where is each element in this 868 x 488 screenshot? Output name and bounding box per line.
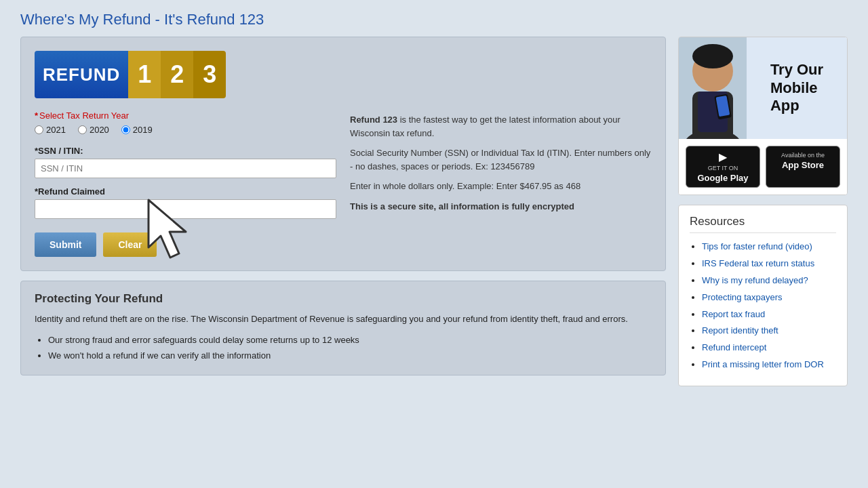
list-item: Why is my refund delayed? [702, 275, 836, 287]
page-wrapper: Where's My Refund - It's Refund 123 REFU… [0, 0, 868, 488]
logo-num-3: 3 [193, 51, 226, 98]
refund123-bold: Refund 123 [350, 115, 397, 125]
mobile-store-row: ▶ GET IT ON Google Play Available on the… [679, 139, 847, 195]
person-silhouette [679, 37, 747, 139]
google-play-top: GET IT ON [708, 165, 738, 171]
protect-panel: Protecting Your Refund Identity and refu… [20, 281, 666, 375]
ssn-label: *SSN / ITIN: [35, 146, 336, 156]
submit-button[interactable]: Submit [35, 232, 96, 257]
logo-num-2: 2 [161, 51, 193, 98]
btn-row: Submit Clear [35, 232, 336, 257]
page-title: Where's My Refund - It's Refund 123 [20, 0, 848, 37]
left-column: REFUND 1 2 3 * Select Tax Return Year [20, 37, 666, 375]
protect-bullet-2: We won't hold a refund if we can verify … [48, 348, 652, 363]
resource-link-4[interactable]: Report tax fraud [702, 309, 765, 319]
protect-list: Our strong fraud and error safeguards co… [35, 332, 652, 364]
app-store-name: App Store [782, 160, 824, 170]
mobile-person-image [679, 37, 747, 139]
year-2019-label: 2019 [133, 125, 153, 135]
year-label: * Select Tax Return Year [35, 110, 336, 121]
mobile-text-area: Try OurMobileApp [747, 37, 847, 139]
form-right: Refund 123 is the fastest way to get the… [350, 110, 652, 257]
app-store-button[interactable]: Available on the App Store [766, 146, 840, 188]
refund-input[interactable] [35, 199, 336, 219]
mobile-title: Try OurMobileApp [770, 61, 823, 115]
year-2019-radio[interactable] [121, 125, 130, 134]
form-panel: REFUND 1 2 3 * Select Tax Return Year [20, 37, 666, 271]
year-label-text: Select Tax Return Year [39, 110, 129, 121]
list-item: Tips for faster refund (video) [702, 241, 836, 253]
main-layout: REFUND 1 2 3 * Select Tax Return Year [20, 37, 848, 386]
refund-description: Enter in whole dollars only. Example: En… [350, 180, 652, 193]
google-play-name: Google Play [697, 173, 748, 183]
resource-link-7[interactable]: Print a missing letter from DOR [702, 359, 824, 369]
resources-list: Tips for faster refund (video) IRS Feder… [690, 241, 836, 371]
list-item: IRS Federal tax return status [702, 258, 836, 270]
refund123-intro: Refund 123 is the fastest way to get the… [350, 113, 652, 140]
clear-button[interactable]: Clear [103, 232, 157, 257]
mobile-banner: Try OurMobileApp [679, 37, 847, 139]
protect-body: Identity and refund theft are on the ris… [35, 312, 652, 327]
year-2020-label: 2020 [90, 125, 109, 135]
logo-numbers: 1 2 3 [128, 51, 226, 98]
year-2021-radio[interactable] [35, 125, 43, 134]
resource-link-2[interactable]: Why is my refund delayed? [702, 275, 808, 285]
svg-point-5 [692, 44, 733, 68]
google-play-button[interactable]: ▶ GET IT ON Google Play [686, 146, 760, 188]
required-star-year: * [35, 110, 38, 121]
ssn-input[interactable] [35, 159, 336, 178]
protect-title: Protecting Your Refund [35, 292, 652, 306]
year-radio-group: 2021 2020 2019 [35, 125, 336, 135]
refund-label: *Refund Claimed [35, 186, 336, 197]
logo-refund-text: REFUND [35, 51, 128, 98]
protect-bullet-1: Our strong fraud and error safeguards co… [48, 332, 652, 348]
resource-link-5[interactable]: Report identity theft [702, 325, 778, 336]
year-2021-label: 2021 [46, 125, 66, 135]
list-item: Refund intercept [702, 342, 836, 354]
list-item: Protecting taxpayers [702, 292, 836, 304]
list-item: Print a missing letter from DOR [702, 359, 836, 371]
resources-panel: Resources Tips for faster refund (video)… [678, 205, 848, 386]
year-2019-option[interactable]: 2019 [121, 125, 153, 135]
ssn-description: Social Security Number (SSN) or Individu… [350, 146, 652, 173]
resource-link-6[interactable]: Refund intercept [702, 342, 766, 352]
app-store-top: Available on the [781, 152, 825, 159]
logo-num-1: 1 [128, 51, 161, 98]
year-2021-option[interactable]: 2021 [35, 125, 66, 135]
resources-title: Resources [690, 215, 836, 233]
resource-link-3[interactable]: Protecting taxpayers [702, 292, 783, 302]
list-item: Report identity theft [702, 325, 836, 337]
refund-logo: REFUND 1 2 3 [35, 51, 197, 98]
mobile-panel: Try OurMobileApp ▶ GET IT ON Google Play… [678, 37, 848, 195]
right-column: Try OurMobileApp ▶ GET IT ON Google Play… [678, 37, 848, 386]
year-2020-radio[interactable] [78, 125, 87, 134]
secure-text: This is a secure site, all information i… [350, 200, 652, 214]
google-play-icon: ▶ [719, 150, 727, 163]
form-content: * Select Tax Return Year 2021 2020 [35, 110, 652, 257]
form-left: * Select Tax Return Year 2021 2020 [35, 110, 336, 257]
resource-link-1[interactable]: IRS Federal tax return status [702, 258, 814, 268]
year-2020-option[interactable]: 2020 [78, 125, 109, 135]
list-item: Report tax fraud [702, 309, 836, 321]
resource-link-0[interactable]: Tips for faster refund (video) [702, 241, 812, 251]
